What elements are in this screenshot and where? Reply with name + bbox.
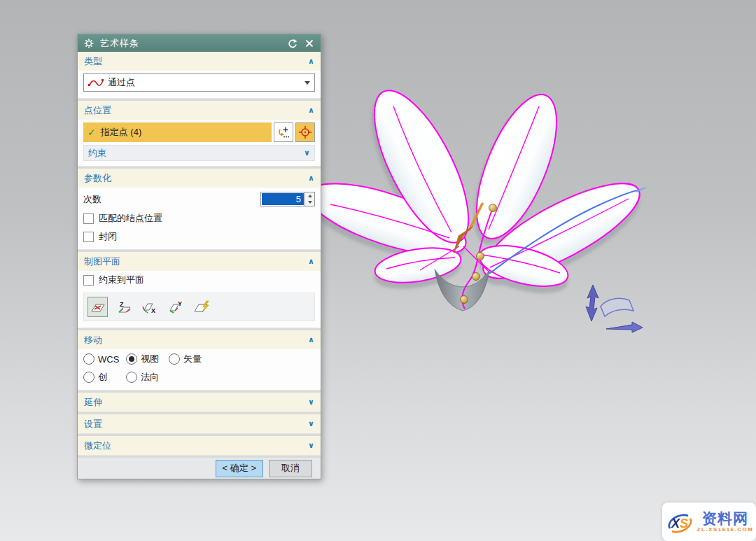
- chevron-up-icon: ∧: [308, 57, 314, 66]
- radio-view-label: 视图: [141, 353, 159, 365]
- group-extension: 延伸 ∨: [78, 393, 321, 412]
- radio-icon: [83, 353, 94, 365]
- closed-checkbox[interactable]: [83, 232, 94, 242]
- spline-through-points-icon: [88, 78, 104, 87]
- chevron-up-icon: ∧: [308, 174, 314, 183]
- group-move-label: 移动: [84, 334, 102, 346]
- new-plane-icon: [193, 300, 210, 314]
- radio-vector[interactable]: 矢量: [169, 353, 211, 365]
- constrain-to-plane-checkbox[interactable]: [83, 275, 94, 286]
- dialog-titlebar[interactable]: 艺术样条: [78, 34, 321, 52]
- group-settings-header[interactable]: 设置 ∨: [78, 414, 321, 433]
- group-parameterization: 参数化 ∧ 次数 5 匹配的结点位置 封闭: [78, 169, 321, 250]
- drag-handle-rotate[interactable]: [601, 298, 634, 316]
- group-point-label: 点位置: [84, 104, 111, 117]
- chevron-down-icon: ∨: [308, 419, 314, 428]
- dialog-footer: < 确定 > 取消: [78, 458, 321, 479]
- constrain-to-plane-label: 约束到平面: [99, 274, 144, 286]
- svg-text:X: X: [151, 307, 155, 314]
- group-type: 类型 ∧ 通过点: [78, 52, 321, 99]
- group-extension-header[interactable]: 延伸 ∨: [78, 393, 321, 412]
- specify-point-label: 指定点 (4): [101, 126, 142, 139]
- group-point-location: 点位置 ∧ ✓ 指定点 (4): [78, 101, 321, 167]
- group-micro-positioning: 微定位 ∨: [78, 436, 321, 456]
- group-param-header[interactable]: 参数化 ∧: [78, 169, 321, 188]
- degree-spin-up-button[interactable]: [305, 192, 314, 199]
- watermark-site-url: ZL.XS1616.COM: [697, 527, 754, 533]
- degree-spin-down-button[interactable]: [305, 199, 314, 206]
- group-drawing-plane: 制图平面 ∧ 约束到平面 Z: [78, 252, 321, 328]
- z-plane-icon: Z: [116, 300, 132, 314]
- radio-normal[interactable]: 法向: [126, 371, 168, 384]
- control-point[interactable]: [477, 253, 484, 260]
- plane-y-button[interactable]: Y: [165, 297, 186, 317]
- check-icon: ✓: [88, 127, 96, 138]
- svg-text:XS: XS: [671, 517, 688, 531]
- chevron-up-icon: ∧: [308, 106, 314, 115]
- view-plane-icon: [90, 300, 106, 314]
- ok-button[interactable]: < 确定 >: [216, 460, 263, 477]
- degree-value: 5: [262, 193, 304, 205]
- group-type-header[interactable]: 类型 ∧: [78, 52, 321, 71]
- chevron-up-icon: ∧: [308, 335, 314, 344]
- radio-icon: [83, 372, 94, 383]
- art-spline-dialog: 艺术样条 类型 ∧ 通过点: [77, 34, 321, 479]
- triangle-up-icon: [308, 195, 312, 197]
- plane-x-button[interactable]: X: [139, 297, 160, 317]
- y-plane-icon: Y: [168, 300, 183, 314]
- group-move: 移动 ∧ WCS 视图 矢量 创 法向: [78, 330, 321, 391]
- group-point-header[interactable]: 点位置 ∧: [78, 101, 321, 120]
- gear-icon[interactable]: [83, 38, 94, 49]
- chevron-down-icon: ∨: [308, 398, 314, 407]
- control-point[interactable]: [461, 296, 468, 304]
- watermark-logo-icon: XS: [665, 508, 694, 536]
- radio-selected-icon: [126, 353, 137, 365]
- crosshair-icon: [298, 125, 312, 139]
- radio-chuang-label: 创: [98, 371, 107, 384]
- degree-input[interactable]: 5: [260, 192, 305, 206]
- radio-chuang[interactable]: 创: [83, 371, 125, 384]
- closed-label: 封闭: [99, 230, 117, 243]
- drag-handle-horizontal[interactable]: [606, 322, 643, 332]
- chevron-down-icon: ∨: [308, 441, 314, 450]
- control-point[interactable]: [489, 204, 497, 212]
- radio-normal-label: 法向: [141, 371, 159, 384]
- group-micro-header[interactable]: 微定位 ∨: [78, 436, 321, 455]
- type-dropdown-value: 通过点: [108, 76, 135, 89]
- radio-wcs-label: WCS: [98, 354, 119, 365]
- group-plane-header[interactable]: 制图平面 ∧: [78, 252, 321, 271]
- group-settings-label: 设置: [84, 418, 102, 430]
- radio-icon: [169, 353, 180, 365]
- control-point[interactable]: [472, 273, 480, 281]
- radio-view[interactable]: 视图: [126, 353, 168, 365]
- group-move-header[interactable]: 移动 ∧: [78, 330, 321, 349]
- type-dropdown[interactable]: 通过点: [83, 73, 315, 92]
- reset-button[interactable]: [287, 38, 298, 49]
- close-button[interactable]: [304, 38, 315, 49]
- cancel-button[interactable]: 取消: [269, 460, 312, 477]
- drag-handle-vertical[interactable]: [586, 285, 598, 321]
- dialog-title: 艺术样条: [100, 37, 281, 50]
- plane-icon-strip: Z X Y: [83, 293, 315, 321]
- chevron-down-icon: ∨: [304, 148, 310, 157]
- svg-text:Y: Y: [178, 300, 182, 307]
- specify-point-field[interactable]: ✓ 指定点 (4): [83, 122, 272, 142]
- dropdown-arrow-icon: [304, 81, 310, 85]
- plane-new-button[interactable]: [191, 297, 211, 317]
- triangle-down-icon: [308, 201, 312, 204]
- matched-knots-checkbox[interactable]: [83, 213, 94, 224]
- drag-handles: [586, 285, 643, 332]
- group-type-label: 类型: [84, 55, 102, 68]
- degree-label: 次数: [83, 193, 102, 206]
- radio-icon: [126, 372, 137, 383]
- point-constructor-button[interactable]: [295, 122, 315, 142]
- point-dialog-button[interactable]: [274, 122, 293, 142]
- chevron-up-icon: ∧: [308, 257, 314, 266]
- plane-z-button[interactable]: Z: [113, 297, 134, 317]
- point-dialog-icon: [276, 126, 290, 139]
- flower-petals: [301, 78, 651, 295]
- radio-wcs[interactable]: WCS: [83, 353, 125, 365]
- constraint-subheader[interactable]: 约束 ∨: [83, 145, 315, 161]
- watermark-site-name: 资料网: [702, 511, 748, 526]
- plane-view-button[interactable]: [88, 297, 108, 317]
